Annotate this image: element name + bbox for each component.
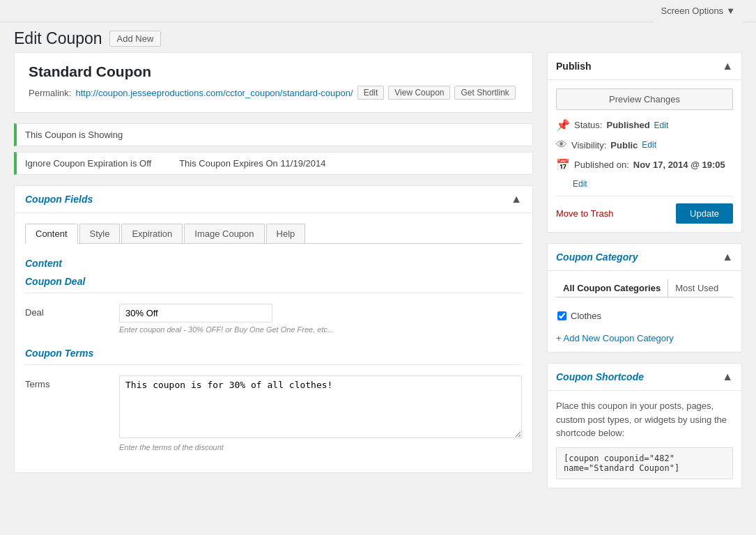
page-title: Edit Coupon [14,29,102,48]
published-value: Nov 17, 2014 @ 19:05 [633,160,725,170]
coupon-terms-divider [25,364,522,365]
coupon-category-body: All Coupon Categories Most Used Clothes … [548,271,741,352]
status-edit-link[interactable]: Edit [654,121,669,130]
coupon-expiry-bar: Ignore Coupon Expiration is Off This Cou… [14,152,533,175]
visibility-icon: 👁 [556,139,567,151]
category-tabs: All Coupon Categories Most Used [556,279,733,297]
clothes-checkbox[interactable] [557,311,566,320]
view-coupon-button[interactable]: View Coupon [388,86,450,100]
deal-label: Deal [25,304,109,318]
coupon-category-panel: Coupon Category ▲ All Coupon Categories … [547,243,742,352]
visibility-edit-link[interactable]: Edit [642,140,656,150]
status-value: Published [606,120,649,130]
get-shortlink-button[interactable]: Get Shortlink [454,86,515,100]
publish-panel-toggle[interactable]: ▲ [722,60,733,72]
coupon-category-header: Coupon Category ▲ [548,244,741,271]
list-item: Clothes [556,308,733,324]
coupon-fields-panel: Coupon Fields ▲ Content Style Expiration… [14,185,533,473]
coupon-tabs: Content Style Expiration Image Coupon He… [25,224,522,244]
add-new-category-link[interactable]: + Add New Coupon Category [556,333,733,343]
coupon-fields-header: Coupon Fields ▲ [15,186,532,213]
shortcode-description: Place this coupon in your posts, pages, … [556,399,733,440]
deal-field-row: Deal Enter coupon deal - 30% OFF! or Buy… [25,304,522,334]
coupon-deal-title: Coupon Deal [25,276,522,287]
visibility-label: Visibility: [571,140,606,150]
coupon-shortcode-panel: Coupon Shortcode ▲ Place this coupon in … [547,363,742,488]
published-row: 📅 Published on: Nov 17, 2014 @ 19:05 [556,158,733,171]
coupon-showing-text: This Coupon is Showing [25,130,123,140]
coupon-fields-title: Coupon Fields [25,194,93,205]
tab-expiration[interactable]: Expiration [121,224,183,243]
permalink-row: Permalink: http://coupon.jesseeproductio… [29,86,518,100]
update-button[interactable]: Update [676,203,733,224]
screen-options-label: Screen Options [661,6,724,16]
coupon-title-box: Standard Coupon Permalink: http://coupon… [14,52,533,113]
deal-field-content: Enter coupon deal - 30% OFF! or Buy One … [119,304,522,334]
shortcode-box[interactable]: [coupon couponid="482" name="Standard Co… [556,447,733,479]
screen-options-button[interactable]: Screen Options ▼ [654,0,742,22]
coupon-shortcode-header: Coupon Shortcode ▲ [548,364,741,391]
status-icon: 📌 [556,118,570,132]
tab-image-coupon[interactable]: Image Coupon [184,224,264,243]
status-row: 📌 Status: Published Edit [556,118,733,132]
tab-content-body: Content Coupon Deal Deal Enter coupon de… [25,258,522,451]
cat-tab-used[interactable]: Most Used [668,279,725,297]
terms-textarea[interactable]: This coupon is for 30% of all clothes! [119,375,522,438]
coupon-terms-title: Coupon Terms [25,348,522,359]
publish-panel-body: Preview Changes 📌 Status: Published Edit… [548,80,741,232]
visibility-row: 👁 Visibility: Public Edit [556,139,733,151]
permalink-label: Permalink: [29,88,71,98]
screen-options-arrow: ▼ [726,6,735,16]
add-new-button[interactable]: Add New [109,31,162,47]
category-list: Clothes [556,304,733,327]
deal-input[interactable] [119,304,272,323]
visibility-value: Public [610,140,638,150]
tab-style[interactable]: Style [79,224,121,243]
expiry-label: Ignore Coupon Expiration is Off [25,158,151,169]
coupon-shortcode-title: Coupon Shortcode [556,371,644,382]
coupon-terms-section: Coupon Terms Terms This coupon is for 30… [25,348,522,451]
expiry-date: This Coupon Expires On 11/19/2014 [179,158,325,169]
terms-help: Enter the terms of the discount [119,443,522,451]
terms-label: Terms [25,375,109,389]
coupon-shortcode-body: Place this coupon in your posts, pages, … [548,391,741,488]
deal-help: Enter coupon deal - 30% OFF! or Buy One … [119,325,522,334]
coupon-fields-toggle[interactable]: ▲ [511,193,522,206]
move-to-trash-link[interactable]: Move to Trash [556,208,613,219]
coupon-deal-divider [25,293,522,293]
tab-content[interactable]: Content [25,224,78,244]
published-label: Published on: [574,160,629,170]
coupon-shortcode-toggle[interactable]: ▲ [722,371,733,383]
calendar-icon: 📅 [556,158,570,171]
publish-panel: Publish ▲ Preview Changes 📌 Status: Publ… [547,52,742,233]
tab-help[interactable]: Help [266,224,306,243]
coupon-title: Standard Coupon [29,63,518,80]
publish-panel-header: Publish ▲ [548,53,741,80]
publish-actions: Move to Trash Update [556,196,733,224]
preview-changes-button[interactable]: Preview Changes [556,88,733,110]
terms-field-content: This coupon is for 30% of all clothes! E… [119,375,522,451]
status-label: Status: [574,120,602,130]
permalink-url[interactable]: http://coupon.jesseeproductions.com/ccto… [75,88,353,98]
coupon-category-title: Coupon Category [556,251,638,263]
published-edit-link[interactable]: Edit [573,179,587,189]
terms-field-row: Terms This coupon is for 30% of all clot… [25,375,522,451]
coupon-fields-body: Content Style Expiration Image Coupon He… [15,213,532,472]
cat-tab-all[interactable]: All Coupon Categories [556,279,668,297]
coupon-category-toggle[interactable]: ▲ [722,251,733,263]
content-section-title: Content [25,258,522,269]
edit-permalink-button[interactable]: Edit [357,86,385,100]
coupon-showing-bar: This Coupon is Showing [14,123,533,146]
clothes-label: Clothes [571,311,601,321]
publish-panel-title: Publish [556,61,592,72]
